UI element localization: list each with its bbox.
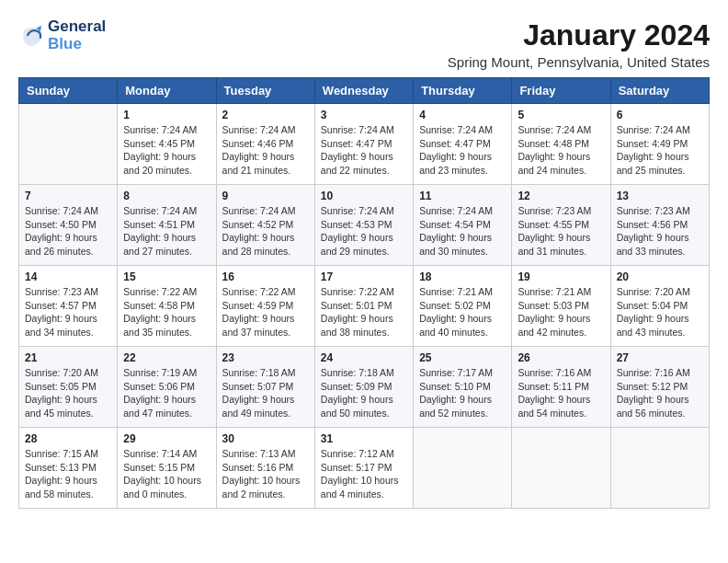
day-number: 13 — [617, 190, 703, 202]
day-number: 20 — [617, 270, 703, 283]
calendar-cell: 22Sunrise: 7:19 AM Sunset: 5:06 PM Dayli… — [118, 347, 216, 428]
cell-info: Sunrise: 7:23 AM Sunset: 4:57 PM Dayligh… — [25, 285, 111, 339]
day-number: 8 — [123, 190, 210, 202]
cell-info: Sunrise: 7:24 AM Sunset: 4:49 PM Dayligh… — [617, 123, 703, 178]
day-number: 7 — [25, 190, 111, 202]
cell-info: Sunrise: 7:24 AM Sunset: 4:51 PM Dayligh… — [123, 204, 210, 259]
cell-info: Sunrise: 7:23 AM Sunset: 4:55 PM Dayligh… — [518, 204, 604, 259]
logo-line2: Blue — [48, 36, 106, 53]
calendar-cell: 12Sunrise: 7:23 AM Sunset: 4:55 PM Dayli… — [512, 185, 610, 266]
calendar-cell: 15Sunrise: 7:22 AM Sunset: 4:58 PM Dayli… — [118, 266, 216, 347]
calendar-cell: 31Sunrise: 7:12 AM Sunset: 5:17 PM Dayli… — [314, 428, 413, 509]
calendar-cell: 16Sunrise: 7:22 AM Sunset: 4:59 PM Dayli… — [216, 266, 314, 347]
calendar-cell: 2Sunrise: 7:24 AM Sunset: 4:46 PM Daylig… — [216, 104, 314, 185]
cell-info: Sunrise: 7:17 AM Sunset: 5:10 PM Dayligh… — [419, 366, 506, 420]
calendar-cell: 24Sunrise: 7:18 AM Sunset: 5:09 PM Dayli… — [314, 347, 413, 428]
logo-icon — [18, 23, 44, 49]
day-number: 15 — [123, 270, 210, 283]
location-title: Spring Mount, Pennsylvania, United State… — [448, 54, 710, 70]
cell-info: Sunrise: 7:23 AM Sunset: 4:56 PM Dayligh… — [617, 204, 703, 259]
column-header-saturday: Saturday — [610, 78, 709, 104]
day-number: 6 — [617, 109, 703, 121]
header-row: SundayMondayTuesdayWednesdayThursdayFrid… — [19, 78, 710, 104]
cell-info: Sunrise: 7:24 AM Sunset: 4:46 PM Dayligh… — [222, 123, 309, 178]
cell-info: Sunrise: 7:24 AM Sunset: 4:48 PM Dayligh… — [518, 123, 604, 178]
day-number: 22 — [123, 351, 210, 364]
day-number: 2 — [222, 109, 309, 121]
column-header-tuesday: Tuesday — [216, 78, 314, 104]
day-number: 4 — [419, 109, 506, 121]
calendar-cell: 14Sunrise: 7:23 AM Sunset: 4:57 PM Dayli… — [19, 266, 118, 347]
logo-line1: General — [48, 18, 106, 36]
cell-info: Sunrise: 7:20 AM Sunset: 5:05 PM Dayligh… — [25, 366, 111, 420]
cell-info: Sunrise: 7:24 AM Sunset: 4:52 PM Dayligh… — [222, 204, 309, 259]
day-number: 14 — [25, 270, 111, 283]
cell-info: Sunrise: 7:24 AM Sunset: 4:45 PM Dayligh… — [123, 123, 210, 178]
day-number: 10 — [321, 190, 407, 202]
cell-info: Sunrise: 7:24 AM Sunset: 4:53 PM Dayligh… — [321, 204, 407, 259]
day-number: 12 — [518, 190, 604, 202]
week-row-4: 21Sunrise: 7:20 AM Sunset: 5:05 PM Dayli… — [19, 347, 710, 428]
day-number: 9 — [222, 190, 309, 202]
calendar-cell: 8Sunrise: 7:24 AM Sunset: 4:51 PM Daylig… — [118, 185, 216, 266]
calendar-cell: 10Sunrise: 7:24 AM Sunset: 4:53 PM Dayli… — [314, 185, 413, 266]
month-title: January 2024 — [448, 18, 710, 52]
week-row-2: 7Sunrise: 7:24 AM Sunset: 4:50 PM Daylig… — [19, 185, 710, 266]
cell-info: Sunrise: 7:12 AM Sunset: 5:17 PM Dayligh… — [321, 447, 407, 501]
cell-info: Sunrise: 7:16 AM Sunset: 5:11 PM Dayligh… — [518, 366, 604, 420]
calendar-cell: 21Sunrise: 7:20 AM Sunset: 5:05 PM Dayli… — [19, 347, 118, 428]
day-number: 16 — [222, 270, 309, 283]
cell-info: Sunrise: 7:14 AM Sunset: 5:15 PM Dayligh… — [123, 447, 210, 501]
calendar-cell: 6Sunrise: 7:24 AM Sunset: 4:49 PM Daylig… — [610, 104, 709, 185]
calendar-cell: 18Sunrise: 7:21 AM Sunset: 5:02 PM Dayli… — [414, 266, 512, 347]
calendar-cell: 25Sunrise: 7:17 AM Sunset: 5:10 PM Dayli… — [414, 347, 512, 428]
day-number: 19 — [518, 270, 604, 283]
cell-info: Sunrise: 7:18 AM Sunset: 5:09 PM Dayligh… — [321, 366, 407, 420]
cell-info: Sunrise: 7:24 AM Sunset: 4:47 PM Dayligh… — [419, 123, 506, 178]
day-number: 30 — [222, 432, 309, 445]
column-header-wednesday: Wednesday — [314, 78, 413, 104]
cell-info: Sunrise: 7:20 AM Sunset: 5:04 PM Dayligh… — [617, 285, 703, 339]
cell-info: Sunrise: 7:16 AM Sunset: 5:12 PM Dayligh… — [617, 366, 703, 420]
page-header: General Blue January 2024 Spring Mount, … — [18, 18, 710, 70]
column-header-friday: Friday — [512, 78, 610, 104]
calendar-cell: 19Sunrise: 7:21 AM Sunset: 5:03 PM Dayli… — [512, 266, 610, 347]
day-number: 11 — [419, 190, 506, 202]
cell-info: Sunrise: 7:19 AM Sunset: 5:06 PM Dayligh… — [123, 366, 210, 420]
calendar-cell: 7Sunrise: 7:24 AM Sunset: 4:50 PM Daylig… — [19, 185, 118, 266]
day-number: 23 — [222, 351, 309, 364]
calendar-cell: 28Sunrise: 7:15 AM Sunset: 5:13 PM Dayli… — [19, 428, 118, 509]
calendar-cell: 26Sunrise: 7:16 AM Sunset: 5:11 PM Dayli… — [512, 347, 610, 428]
week-row-3: 14Sunrise: 7:23 AM Sunset: 4:57 PM Dayli… — [19, 266, 710, 347]
calendar-cell: 5Sunrise: 7:24 AM Sunset: 4:48 PM Daylig… — [512, 104, 610, 185]
day-number: 21 — [25, 351, 111, 364]
day-number: 31 — [321, 432, 407, 445]
day-number: 29 — [123, 432, 210, 445]
day-number: 5 — [518, 109, 604, 121]
day-number: 17 — [321, 270, 407, 283]
calendar-table: SundayMondayTuesdayWednesdayThursdayFrid… — [18, 77, 710, 509]
column-header-thursday: Thursday — [414, 78, 512, 104]
cell-info: Sunrise: 7:13 AM Sunset: 5:16 PM Dayligh… — [222, 447, 309, 501]
calendar-cell — [610, 428, 709, 509]
column-header-monday: Monday — [118, 78, 216, 104]
calendar-cell — [414, 428, 512, 509]
day-number: 26 — [518, 351, 604, 364]
cell-info: Sunrise: 7:22 AM Sunset: 5:01 PM Dayligh… — [321, 285, 407, 339]
calendar-cell: 17Sunrise: 7:22 AM Sunset: 5:01 PM Dayli… — [314, 266, 413, 347]
cell-info: Sunrise: 7:18 AM Sunset: 5:07 PM Dayligh… — [222, 366, 309, 420]
column-header-sunday: Sunday — [19, 78, 118, 104]
title-area: January 2024 Spring Mount, Pennsylvania,… — [448, 18, 710, 70]
calendar-cell: 9Sunrise: 7:24 AM Sunset: 4:52 PM Daylig… — [216, 185, 314, 266]
calendar-cell: 1Sunrise: 7:24 AM Sunset: 4:45 PM Daylig… — [118, 104, 216, 185]
day-number: 24 — [321, 351, 407, 364]
cell-info: Sunrise: 7:22 AM Sunset: 4:58 PM Dayligh… — [123, 285, 210, 339]
cell-info: Sunrise: 7:15 AM Sunset: 5:13 PM Dayligh… — [25, 447, 111, 501]
day-number: 27 — [617, 351, 703, 364]
calendar-cell: 11Sunrise: 7:24 AM Sunset: 4:54 PM Dayli… — [414, 185, 512, 266]
cell-info: Sunrise: 7:24 AM Sunset: 4:50 PM Dayligh… — [25, 204, 111, 259]
cell-info: Sunrise: 7:21 AM Sunset: 5:02 PM Dayligh… — [419, 285, 506, 339]
day-number: 25 — [419, 351, 506, 364]
calendar-cell: 13Sunrise: 7:23 AM Sunset: 4:56 PM Dayli… — [610, 185, 709, 266]
calendar-cell: 30Sunrise: 7:13 AM Sunset: 5:16 PM Dayli… — [216, 428, 314, 509]
